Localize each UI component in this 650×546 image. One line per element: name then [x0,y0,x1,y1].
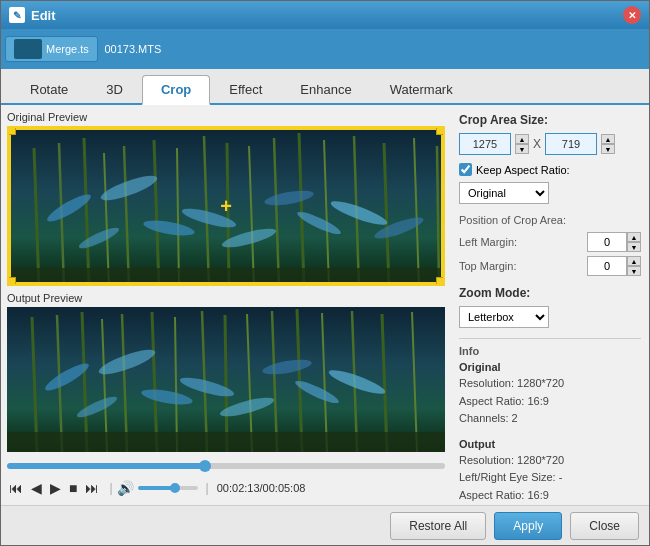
left-margin-input[interactable] [587,232,627,252]
keep-aspect-label: Keep Aspect Ratio: [476,164,570,176]
crop-area-size: ▲ ▼ X ▲ ▼ [459,133,641,155]
crop-height-input[interactable] [545,133,597,155]
out-aspect: Aspect Ratio: 16:9 [459,487,641,505]
file-item-1[interactable]: Merge.ts [5,36,98,62]
prev-frame-button[interactable]: ◀ [29,478,44,498]
seek-bar-container [7,456,445,474]
skip-to-start-button[interactable]: ⏮ [7,478,25,498]
height-spinner: ▲ ▼ [601,134,615,154]
restore-all-button[interactable]: Restore All [390,512,486,540]
bottom-bar: Restore All Apply Close [1,505,649,545]
position-section: Position of Crop Area: Left Margin: ▲ ▼ … [459,214,641,276]
original-preview-label: Original Preview [7,111,445,123]
tab-bar: Rotate 3D Crop Effect Enhance Watermark [1,69,649,105]
crop-area-title: Crop Area Size: [459,113,641,127]
original-info-group: Original Resolution: 1280*720 Aspect Rat… [459,361,641,428]
time-display: 00:02:13/00:05:08 [217,482,306,494]
edit-window: ✎ Edit ✕ Merge.ts 00173.MTS Rotate 3D Cr… [0,0,650,546]
left-margin-row: Left Margin: ▲ ▼ [459,232,641,252]
info-title: Info [459,345,641,357]
tab-enhance[interactable]: Enhance [281,75,370,103]
play-button[interactable]: ▶ [48,478,63,498]
tab-3d[interactable]: 3D [87,75,142,103]
top-margin-label: Top Margin: [459,260,539,272]
svg-line-38 [225,315,227,452]
width-down-button[interactable]: ▼ [515,144,529,154]
svg-rect-55 [7,432,445,452]
main-content: Original Preview [1,105,649,505]
seek-bar[interactable] [7,463,445,469]
height-up-button[interactable]: ▲ [601,134,615,144]
output-preview [7,307,445,452]
top-margin-row: Top Margin: ▲ ▼ [459,256,641,276]
svg-rect-28 [9,268,443,284]
tab-crop[interactable]: Crop [142,75,210,105]
title-bar: ✎ Edit ✕ [1,1,649,29]
aspect-ratio-dropdown[interactable]: Original 4:3 16:9 Custom [459,182,549,204]
volume-icon: 🔊 [117,480,134,496]
crop-handle-tl[interactable] [8,127,16,135]
crop-width-input[interactable] [459,133,511,155]
out-eye-size: Left/Right Eye Size: - [459,469,641,487]
keep-aspect-checkbox[interactable] [459,163,472,176]
stop-button[interactable]: ■ [67,478,79,498]
next-frame-button[interactable]: ⏭ [83,478,101,498]
file-name-1: Merge.ts [46,43,89,55]
separator-2: | [206,481,209,495]
left-panel: Original Preview [1,105,451,505]
crosshair-icon: + [220,195,232,218]
orig-channels: Channels: 2 [459,410,641,428]
top-margin-spinner: ▲ ▼ [627,256,641,276]
original-preview: + [7,126,445,286]
width-spinner: ▲ ▼ [515,134,529,154]
position-title: Position of Crop Area: [459,214,641,226]
right-panel: Crop Area Size: ▲ ▼ X ▲ ▼ Keep Aspect Ra… [451,105,649,505]
top-margin-input[interactable] [587,256,627,276]
output-info-title: Output [459,438,641,450]
orig-aspect: Aspect Ratio: 16:9 [459,393,641,411]
orig-resolution: Resolution: 1280*720 [459,375,641,393]
output-preview-label: Output Preview [7,292,445,304]
file-thumb-1 [14,39,42,59]
x-separator: X [533,137,541,151]
output-scene-svg [7,307,445,452]
apply-button[interactable]: Apply [494,512,562,540]
zoom-mode-dropdown[interactable]: Letterbox Pan & Scan Full [459,306,549,328]
tab-watermark[interactable]: Watermark [371,75,472,103]
left-margin-down-button[interactable]: ▼ [627,242,641,252]
top-margin-up-button[interactable]: ▲ [627,256,641,266]
file-bar: Merge.ts 00173.MTS [1,29,649,69]
top-margin-down-button[interactable]: ▼ [627,266,641,276]
info-section: Info Original Resolution: 1280*720 Aspec… [459,338,641,505]
crop-handle-br[interactable] [436,277,444,285]
left-margin-up-button[interactable]: ▲ [627,232,641,242]
left-margin-spinner: ▲ ▼ [627,232,641,252]
volume-slider[interactable] [138,486,198,490]
left-margin-input-group: ▲ ▼ [587,232,641,252]
file-name-2: 00173.MTS [104,43,161,55]
title-icon: ✎ [9,7,25,23]
crop-handle-bl[interactable] [8,277,16,285]
title-text: Edit [31,8,56,23]
tab-rotate[interactable]: Rotate [11,75,87,103]
crop-handle-tr[interactable] [436,127,444,135]
height-down-button[interactable]: ▼ [601,144,615,154]
close-button[interactable]: Close [570,512,639,540]
tab-effect[interactable]: Effect [210,75,281,103]
output-info-group: Output Resolution: 1280*720 Left/Right E… [459,438,641,505]
close-window-button[interactable]: ✕ [623,6,641,24]
zoom-section: Zoom Mode: Letterbox Pan & Scan Full [459,286,641,328]
zoom-title: Zoom Mode: [459,286,641,300]
original-info-title: Original [459,361,641,373]
control-bar: ⏮ ◀ ▶ ■ ⏭ | 🔊 | 00:02:13/00:05:08 [7,474,445,502]
keep-aspect-row: Keep Aspect Ratio: [459,163,641,176]
out-resolution: Resolution: 1280*720 [459,452,641,470]
width-up-button[interactable]: ▲ [515,134,529,144]
separator-1: | [109,481,112,495]
left-margin-label: Left Margin: [459,236,539,248]
top-margin-input-group: ▲ ▼ [587,256,641,276]
